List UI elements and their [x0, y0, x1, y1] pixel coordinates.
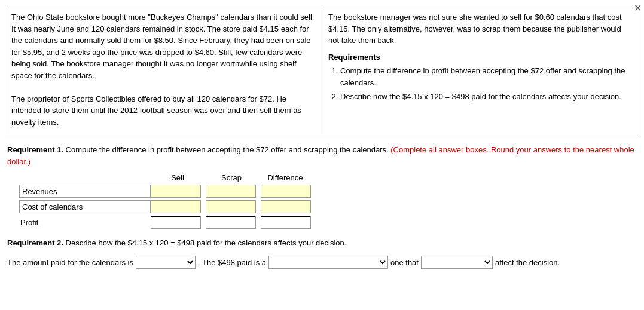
requirement-item-1: Compute the difference in profit between… [340, 65, 633, 88]
table-row-revenues: Revenues [19, 185, 637, 198]
cost-scrap-input[interactable] [206, 200, 256, 213]
revenues-scrap-cell[interactable] [206, 185, 260, 198]
header-scrap: Scrap [205, 173, 258, 182]
req2-select-3[interactable]: does not does [421, 256, 493, 269]
scenario-right-text: The bookstore manager was not sure she w… [322, 5, 639, 134]
revenues-diff-cell[interactable] [261, 185, 315, 198]
requirement2-label: Requirement 2. Describe how the $4.15 x … [7, 238, 637, 247]
req2-sentence-final: affect the decision. [495, 258, 560, 267]
table-row-cost: Cost of calendars [19, 200, 637, 213]
cost-diff-cell[interactable] [261, 200, 315, 213]
profit-sell-input[interactable] [151, 216, 201, 229]
scenario-left-text: The Ohio State bookstore bought more "Bu… [5, 5, 322, 134]
profit-scrap-cell[interactable] [206, 216, 260, 229]
table-header-row: Sell Scrap Difference [19, 173, 637, 182]
profit-scrap-input[interactable] [206, 216, 256, 229]
requirement-item-2: Describe how the $4.15 x 120 = $498 paid… [340, 91, 633, 103]
req2-sentence-start: The amount paid for the calendars is [7, 258, 133, 267]
requirement1-text: Compute the difference in profit between… [63, 145, 390, 154]
profit-sell-cell[interactable] [151, 216, 205, 229]
profit-label: Profit [19, 218, 151, 227]
cost-diff-input[interactable] [261, 200, 311, 213]
profit-diff-cell[interactable] [261, 216, 315, 229]
cost-scrap-cell[interactable] [206, 200, 260, 213]
header-difference: Difference [258, 173, 312, 182]
requirements-list: Compute the difference in profit between… [328, 65, 633, 103]
close-icon[interactable]: ✕ [634, 2, 642, 14]
cost-label-col: Cost of calendars [19, 200, 151, 213]
requirement1-bold: Requirement 1. [7, 145, 63, 154]
scenario-paragraph-2: The proprietor of Sports Collectibles of… [11, 93, 316, 128]
requirement1-label: Requirement 1. Compute the difference in… [7, 144, 637, 167]
header-sell: Sell [151, 173, 205, 182]
revenues-label-col: Revenues [19, 185, 151, 198]
revenues-sell-cell[interactable] [151, 185, 205, 198]
scenario-right-paragraph: The bookstore manager was not sure she w… [328, 11, 633, 47]
revenues-label: Revenues [19, 185, 151, 198]
requirement2-text: Describe how the $4.15 x 120 = $498 paid… [63, 238, 346, 247]
header-label-spacer [19, 173, 151, 182]
table-row-profit: Profit [19, 216, 637, 229]
profit-diff-input[interactable] [261, 216, 311, 229]
req2-sentence-end: one that [390, 258, 419, 267]
scenario-paragraph-1: The Ohio State bookstore bought more "Bu… [11, 11, 316, 81]
req2-select-1[interactable]: irrelevant relevant [136, 256, 196, 269]
req2-select-2[interactable]: sunk cost opportunity cost variable cost [268, 256, 388, 269]
req2-sentence-mid: . The $498 paid is a [198, 258, 266, 267]
revenues-scrap-input[interactable] [206, 185, 256, 198]
scenario-section: The Ohio State bookstore bought more "Bu… [5, 5, 639, 134]
revenues-diff-input[interactable] [261, 185, 311, 198]
cost-sell-cell[interactable] [151, 200, 205, 213]
requirement1-section: Requirement 1. Compute the difference in… [5, 144, 639, 229]
requirement2-answer-row: The amount paid for the calendars is irr… [7, 256, 637, 269]
requirement2-section: Requirement 2. Describe how the $4.15 x … [5, 238, 639, 269]
requirements-title: Requirements [328, 51, 633, 63]
revenues-sell-input[interactable] [151, 185, 201, 198]
cost-label: Cost of calendars [19, 200, 151, 213]
cost-sell-input[interactable] [151, 200, 201, 213]
answer-table: Sell Scrap Difference Revenues [19, 173, 637, 229]
requirement2-bold: Requirement 2. [7, 238, 63, 247]
